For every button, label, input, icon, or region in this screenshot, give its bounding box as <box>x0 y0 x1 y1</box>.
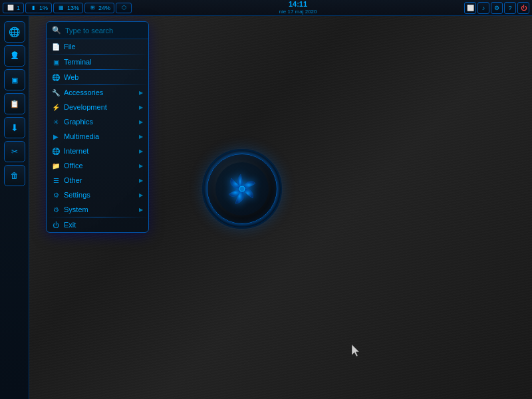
menu-label-settings: Settings <box>64 191 90 199</box>
logo-outer-ring <box>202 149 282 229</box>
logo-spiral-icon <box>222 169 262 209</box>
tools-button[interactable]: ✂ <box>4 141 25 162</box>
multimedia-arrow: ▶ <box>139 134 143 140</box>
menu-label-office: Office <box>64 162 83 170</box>
office-arrow: ▶ <box>139 163 143 169</box>
web-icon: 🌐 <box>52 73 60 81</box>
logo-inner <box>215 162 269 215</box>
menu-label-file: File <box>64 43 76 51</box>
accessories-icon: 🔧 <box>52 88 60 96</box>
monitor-icon <box>7 5 15 11</box>
svg-marker-2 <box>352 344 359 356</box>
system-tray: ⬜ ♪ ⚙ ? ⏻ <box>464 2 529 14</box>
menu-item-file[interactable]: 📄 File <box>47 39 148 54</box>
menu-label-multimedia: Multimedia <box>64 132 99 140</box>
cpu-usage: 13% <box>53 3 83 13</box>
system-icon: ⚙ <box>52 205 60 213</box>
download-button[interactable]: ⬇ <box>4 117 25 138</box>
menu-label-development: Development <box>64 103 107 111</box>
cpu-value: 13% <box>67 5 79 11</box>
search-icon: 🔍 <box>52 26 61 35</box>
memory-icon <box>29 5 37 11</box>
system-arrow: ▶ <box>139 207 143 213</box>
volume-button[interactable]: ♪ <box>477 2 489 14</box>
trash-button[interactable]: 🗑 <box>4 165 25 186</box>
menu-item-graphics[interactable]: ✳ Graphics ▶ <box>47 114 148 129</box>
search-input[interactable] <box>65 27 143 35</box>
user-button[interactable] <box>4 45 25 66</box>
mouse-cursor <box>352 344 360 356</box>
menu-item-settings[interactable]: ⚙ Settings ▶ <box>47 188 148 202</box>
file-icon: 📄 <box>52 43 60 51</box>
settings-menu-icon: ⚙ <box>52 191 60 199</box>
menu-label-accessories: Accessories <box>64 88 103 96</box>
graphics-arrow: ▶ <box>139 119 143 125</box>
menu-item-web[interactable]: 🌐 Web <box>47 70 148 84</box>
taskbar: 1 1% 13% 24% 14:11 nie 17 maj 2020 ⬜ ♪ ⚙… <box>0 0 532 16</box>
disk-icon <box>88 5 96 11</box>
left-sidebar: 🌐 ▣ 📋 ⬇ ✂ 🗑 <box>0 16 29 399</box>
menu-item-office[interactable]: 📁 Office ▶ <box>47 158 148 173</box>
clock-widget: 14:11 nie 17 maj 2020 <box>279 0 317 15</box>
cpu-icon <box>57 5 65 11</box>
clock-time: 14:11 <box>289 0 307 9</box>
notes-button[interactable]: 📋 <box>4 93 25 114</box>
menu-label-internet: Internet <box>64 147 88 155</box>
memory-usage: 1% <box>25 3 52 13</box>
terminal-menu-icon: ▣ <box>52 58 60 66</box>
menu-item-terminal[interactable]: ▣ Terminal <box>47 55 148 69</box>
disk-usage: 24% <box>84 3 114 13</box>
accessories-arrow: ▶ <box>139 90 143 96</box>
office-icon: 📁 <box>52 162 60 170</box>
taskbar-left: 1 1% 13% 24% <box>3 3 132 13</box>
menu-label-other: Other <box>64 176 82 184</box>
terminal-button[interactable]: ▣ <box>4 69 25 90</box>
other-icon: ☰ <box>52 176 60 184</box>
helmet-icon <box>9 51 20 61</box>
exit-icon: ⏻ <box>52 221 60 229</box>
desktop-logo <box>202 149 282 229</box>
network-icon <box>120 5 128 11</box>
globe-button[interactable]: 🌐 <box>4 21 25 43</box>
other-arrow: ▶ <box>139 178 143 184</box>
internet-icon: 🌐 <box>52 147 60 155</box>
menu-item-other[interactable]: ☰ Other ▶ <box>47 173 148 188</box>
monitor-value: 1 <box>17 5 20 11</box>
development-arrow: ▶ <box>139 104 143 110</box>
menu-label-system: System <box>64 205 88 213</box>
disk-value: 24% <box>98 5 110 11</box>
menu-search-container: 🔍 <box>47 22 148 39</box>
menu-item-development[interactable]: ⚡ Development ▶ <box>47 100 148 114</box>
menu-label-graphics: Graphics <box>64 118 93 126</box>
memory-value: 1% <box>39 5 48 11</box>
desktop-area: 🔍 📄 File ▣ Terminal 🌐 Web <box>29 16 532 399</box>
app-menu: 🔍 📄 File ▣ Terminal 🌐 Web <box>46 21 149 233</box>
svg-point-1 <box>239 186 245 192</box>
settings-button[interactable]: ⚙ <box>491 2 503 14</box>
monitor-count: 1 <box>3 3 24 13</box>
menu-label-web: Web <box>64 73 78 81</box>
display-button[interactable]: ⬜ <box>464 2 476 14</box>
menu-item-internet[interactable]: 🌐 Internet ▶ <box>47 144 148 158</box>
network-status <box>116 3 132 13</box>
menu-item-exit[interactable]: ⏻ Exit <box>47 217 148 232</box>
power-button[interactable]: ⏻ <box>517 2 529 14</box>
multimedia-icon: ▶ <box>52 132 60 140</box>
menu-label-exit: Exit <box>64 221 76 229</box>
menu-item-accessories[interactable]: 🔧 Accessories ▶ <box>47 85 148 100</box>
help-button[interactable]: ? <box>504 2 516 14</box>
graphics-icon: ✳ <box>52 118 60 126</box>
menu-item-system[interactable]: ⚙ System ▶ <box>47 202 148 217</box>
internet-arrow: ▶ <box>139 148 143 154</box>
clock-date: nie 17 maj 2020 <box>279 9 317 15</box>
menu-label-terminal: Terminal <box>64 58 92 66</box>
settings-arrow: ▶ <box>139 192 143 198</box>
development-icon: ⚡ <box>52 103 60 111</box>
menu-item-multimedia[interactable]: ▶ Multimedia ▶ <box>47 129 148 144</box>
